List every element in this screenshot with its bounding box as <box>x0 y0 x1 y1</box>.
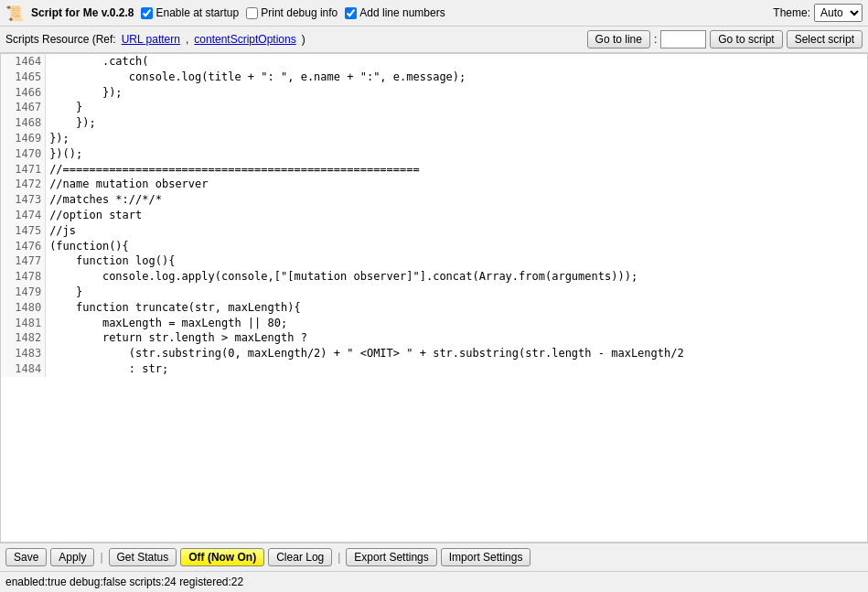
line-code: console.log.apply(console,["[mutation ob… <box>46 269 867 285</box>
code-line: 1472//name mutation observer <box>1 177 867 192</box>
resource-bar: Scripts Resource (Ref: URL pattern , con… <box>0 27 868 53</box>
off-now-on-button[interactable]: Off (Now On) <box>180 548 264 566</box>
line-code: console.log(title + ": ", e.name + ":", … <box>46 70 867 85</box>
line-code: //name mutation observer <box>46 177 867 192</box>
print-debug-info-label[interactable]: Print debug info <box>246 6 338 19</box>
print-debug-info-text: Print debug info <box>261 6 338 19</box>
code-line: 1483 (str.substring(0, maxLength/2) + " … <box>1 346 867 361</box>
enable-at-startup-checkbox[interactable] <box>141 7 153 19</box>
go-to-line-button[interactable]: Go to line <box>587 30 650 48</box>
line-code: }); <box>46 85 867 101</box>
content-script-options-link[interactable]: contentScriptOptions <box>194 33 295 46</box>
line-number: 1472 <box>1 177 46 192</box>
line-code: //option start <box>46 208 867 223</box>
apply-button[interactable]: Apply <box>50 548 94 566</box>
line-code: (str.substring(0, maxLength/2) + " <OMIT… <box>46 346 867 361</box>
code-line: 1469}); <box>1 131 867 146</box>
colon-sep: : <box>654 33 657 46</box>
line-number: 1481 <box>1 316 46 331</box>
select-script-button[interactable]: Select script <box>787 30 863 48</box>
app-icon: 📜 <box>5 5 24 22</box>
line-number: 1474 <box>1 208 46 223</box>
add-line-numbers-checkbox[interactable] <box>345 7 357 19</box>
export-settings-button[interactable]: Export Settings <box>346 548 436 566</box>
status-bar: enabled:true debug:false scripts:24 regi… <box>0 571 868 592</box>
theme-label: Theme: <box>773 6 810 19</box>
line-number: 1464 <box>1 54 46 70</box>
theme-select[interactable]: Auto Light Dark <box>814 4 863 22</box>
line-number: 1479 <box>1 285 46 300</box>
code-line: 1479 } <box>1 285 867 300</box>
enable-at-startup-text: Enable at startup <box>155 6 239 19</box>
line-code: (function(){ <box>46 239 867 254</box>
import-settings-button[interactable]: Import Settings <box>441 548 531 566</box>
url-pattern-link[interactable]: URL pattern <box>122 33 180 46</box>
line-code: }); <box>46 131 867 146</box>
code-line: 1467 } <box>1 100 867 115</box>
clear-log-button[interactable]: Clear Log <box>268 548 332 566</box>
comma-separator: , <box>186 33 188 46</box>
line-number: 1484 <box>1 361 46 377</box>
line-number: 1475 <box>1 223 46 239</box>
code-line: 1476(function(){ <box>1 239 867 254</box>
line-number: 1469 <box>1 131 46 146</box>
app-title: Script for Me v.0.2.8 <box>31 6 134 19</box>
code-line: 1465 console.log(title + ": ", e.name + … <box>1 70 867 85</box>
close-paren: ) <box>302 33 305 46</box>
add-line-numbers-text: Add line numbers <box>359 6 445 19</box>
line-code: //matches *://*/* <box>46 192 867 208</box>
code-table: 1464 .catch(1465 console.log(title + ": … <box>1 54 867 377</box>
line-code: //======================================… <box>46 162 867 178</box>
line-code: })(); <box>46 146 867 162</box>
code-editor[interactable]: 1464 .catch(1465 console.log(title + ": … <box>0 53 868 543</box>
code-line: 1482 return str.length > maxLength ? <box>1 330 867 346</box>
line-code: .catch( <box>46 54 867 70</box>
go-to-script-button[interactable]: Go to script <box>710 30 782 48</box>
line-code: //js <box>46 223 867 239</box>
go-to-line-input[interactable] <box>660 30 706 48</box>
get-status-button[interactable]: Get Status <box>109 548 177 566</box>
line-number: 1473 <box>1 192 46 208</box>
line-code: } <box>46 285 867 300</box>
line-number: 1468 <box>1 115 46 131</box>
line-number: 1476 <box>1 239 46 254</box>
code-line: 1481 maxLength = maxLength || 80; <box>1 316 867 331</box>
separator-2: | <box>336 551 342 564</box>
line-code: }); <box>46 115 867 131</box>
line-code: return str.length > maxLength ? <box>46 330 867 346</box>
line-number: 1478 <box>1 269 46 285</box>
line-number: 1471 <box>1 162 46 178</box>
line-code: } <box>46 100 867 115</box>
code-line: 1478 console.log.apply(console,["[mutati… <box>1 269 867 285</box>
enable-at-startup-label[interactable]: Enable at startup <box>141 6 239 19</box>
line-number: 1482 <box>1 330 46 346</box>
line-number: 1483 <box>1 346 46 361</box>
code-line: 1468 }); <box>1 115 867 131</box>
code-line: 1484 : str; <box>1 361 867 377</box>
line-code: maxLength = maxLength || 80; <box>46 316 867 331</box>
status-text: enabled:true debug:false scripts:24 regi… <box>5 576 243 588</box>
line-code: function log(){ <box>46 253 867 269</box>
code-line: 1473//matches *://*/* <box>1 192 867 208</box>
resource-label: Scripts Resource (Ref: <box>5 33 116 46</box>
title-bar: 📜 Script for Me v.0.2.8 Enable at startu… <box>0 0 868 27</box>
save-button[interactable]: Save <box>5 548 47 566</box>
line-number: 1467 <box>1 100 46 115</box>
theme-group: Theme: Auto Light Dark <box>773 4 863 22</box>
print-debug-info-checkbox[interactable] <box>246 7 258 19</box>
code-line: 1471//==================================… <box>1 162 867 178</box>
line-number: 1465 <box>1 70 46 85</box>
code-line: 1474//option start <box>1 208 867 223</box>
code-line: 1475//js <box>1 223 867 239</box>
line-number: 1466 <box>1 85 46 101</box>
add-line-numbers-label[interactable]: Add line numbers <box>345 6 445 19</box>
code-line: 1464 .catch( <box>1 54 867 70</box>
line-code: function truncate(str, maxLength){ <box>46 300 867 316</box>
line-number: 1477 <box>1 253 46 269</box>
separator-1: | <box>98 551 104 564</box>
line-code: : str; <box>46 361 867 377</box>
line-number: 1470 <box>1 146 46 162</box>
bottom-toolbar: Save Apply | Get Status Off (Now On) Cle… <box>0 543 868 571</box>
line-number: 1480 <box>1 300 46 316</box>
code-line: 1477 function log(){ <box>1 253 867 269</box>
